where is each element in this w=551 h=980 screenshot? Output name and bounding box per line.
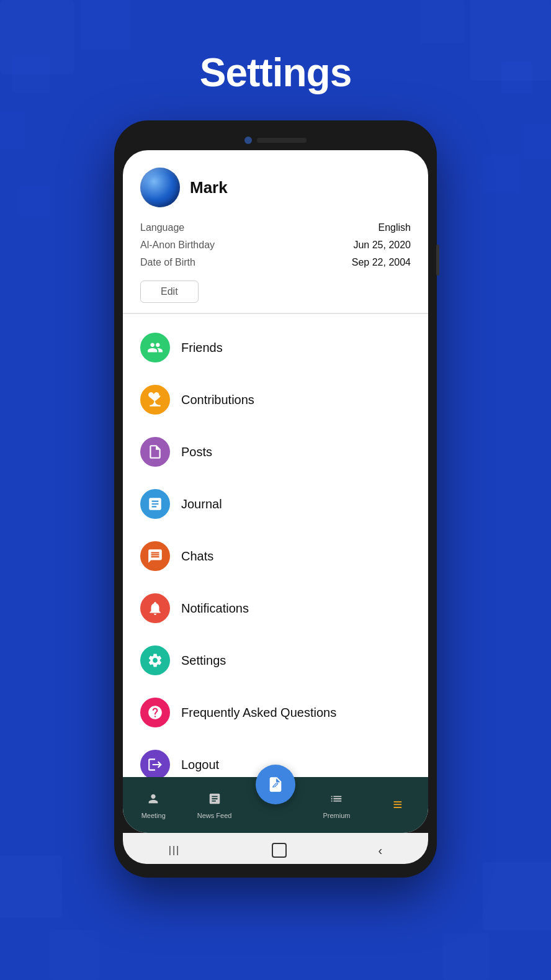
meeting-icon [146,792,160,809]
menu-item-journal[interactable]: Journal [123,478,428,530]
journal-icon [140,489,170,519]
menu-item-contributions[interactable]: Contributions [123,374,428,426]
settings-label: Settings [181,654,226,668]
bottom-nav: Meeting News Feed Premium ≡ [123,777,428,833]
dob-row: Date of Birth Sep 22, 2004 [140,257,411,268]
faq-icon [140,698,170,727]
friends-label: Friends [181,341,223,355]
language-row: Language English [140,222,411,233]
menu-item-notifications[interactable]: Notifications [123,582,428,634]
edit-button[interactable]: Edit [140,281,199,303]
faq-label: Frequently Asked Questions [181,706,336,720]
meeting-label: Meeting [141,812,166,819]
phone-speaker [257,138,307,143]
contributions-icon [140,385,170,415]
nav-premium[interactable]: Premium [306,792,367,819]
posts-label: Posts [181,445,212,459]
newsfeed-label: News Feed [197,812,232,819]
menu-item-friends[interactable]: Friends [123,321,428,374]
menu-icon: ≡ [393,795,402,814]
nav-menu[interactable]: ≡ [367,795,428,817]
language-label: Language [140,222,184,233]
dob-label: Date of Birth [140,257,195,268]
screen-content: Mark Language English Al-Anon Birthday J… [123,150,428,833]
posts-icon [140,437,170,467]
menu-list: Friends Contributions Posts [123,317,428,777]
journal-label: Journal [181,497,222,511]
chats-icon [140,541,170,571]
premium-icon [329,792,343,809]
newsfeed-icon [208,792,222,809]
profile-section: Mark Language English Al-Anon Birthday J… [123,150,428,313]
dob-value: Sep 22, 2004 [352,257,411,268]
logout-icon [140,750,170,777]
back-button[interactable]: ‹ [378,843,382,858]
fab-button[interactable] [256,765,295,804]
birthday-label: Al-Anon Birthday [140,240,215,251]
friends-icon [140,333,170,362]
notifications-icon [140,593,170,623]
menu-item-faq[interactable]: Frequently Asked Questions [123,686,428,739]
menu-item-chats[interactable]: Chats [123,530,428,582]
nav-newsfeed[interactable]: News Feed [184,792,244,819]
menu-item-posts[interactable]: Posts [123,426,428,478]
recent-button[interactable]: ||| [169,845,180,856]
settings-icon [140,645,170,675]
profile-row: Mark [140,168,411,207]
logout-label: Logout [181,758,219,772]
profile-info: Language English Al-Anon Birthday Jun 25… [140,222,411,268]
birthday-value: Jun 25, 2020 [353,240,411,251]
avatar [140,168,180,207]
phone-frame: Mark Language English Al-Anon Birthday J… [114,120,437,878]
phone-screen: Mark Language English Al-Anon Birthday J… [123,150,428,833]
home-button[interactable] [272,843,287,858]
contributions-label: Contributions [181,393,254,407]
chats-label: Chats [181,549,213,564]
profile-name: Mark [190,178,228,197]
divider [123,313,428,314]
phone-side-button [436,245,439,276]
nav-meeting[interactable]: Meeting [123,792,184,819]
page-title: Settings [200,50,351,96]
notifications-label: Notifications [181,601,249,616]
phone-camera [244,137,252,144]
premium-label: Premium [323,812,350,819]
phone-notch [123,132,428,150]
phone-home-bar: ||| ‹ [123,833,428,864]
birthday-row: Al-Anon Birthday Jun 25, 2020 [140,240,411,251]
language-value: English [379,222,411,233]
menu-item-settings[interactable]: Settings [123,634,428,686]
